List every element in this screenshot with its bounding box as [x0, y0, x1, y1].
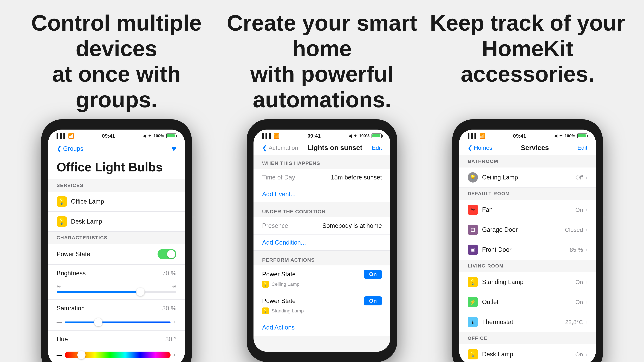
- standing-lamp-label: Standing Lamp: [482, 278, 524, 286]
- brightness-row: Brightness 70 %: [48, 265, 185, 282]
- chevron-icon-6: ›: [586, 299, 588, 305]
- thermostat-icon: 🌡: [468, 317, 478, 327]
- back-chevron-icon-2: ❮: [262, 144, 267, 151]
- add-event-link[interactable]: Add Event...: [254, 186, 390, 202]
- thermostat-value: 22,8°C: [565, 319, 583, 326]
- garage-row[interactable]: ⊞ Garage Door Closed ›: [459, 220, 596, 240]
- action-1-row[interactable]: Power State On 💡 Ceiling Lamp: [254, 265, 390, 292]
- back-label-3: Homes: [474, 144, 492, 151]
- mini-bulb-1: 💡: [262, 281, 269, 288]
- garage-icon: ⊞: [468, 225, 478, 235]
- chevron-icon-1: ›: [586, 174, 588, 181]
- saturation-track[interactable]: [65, 322, 170, 323]
- battery-pct-1: 100%: [154, 133, 164, 138]
- hue-label: Hue: [56, 336, 68, 343]
- front-door-label: Front Door: [482, 246, 512, 253]
- automation-edit-button[interactable]: Edit: [372, 144, 382, 151]
- signal-icon-3: ▌▌▌: [468, 133, 478, 139]
- front-door-row[interactable]: ▣ Front Door 85 % ›: [459, 240, 596, 260]
- desk-lamp-row[interactable]: 💡 Desk Lamp On ›: [459, 345, 596, 362]
- services-edit-button[interactable]: Edit: [578, 144, 588, 151]
- automation-title: Lights on sunset: [308, 144, 362, 152]
- back-button-groups[interactable]: ❮ Groups: [56, 145, 83, 152]
- desk-lamp-label: Desk Lamp: [71, 218, 102, 225]
- time-of-day-value: 15m before sunset: [331, 174, 382, 181]
- status-bar-1: ▌▌▌ 📶 09:41 ◀ ✦ 100%: [48, 130, 185, 140]
- default-room-header: DEFAULT ROOM: [459, 187, 596, 200]
- location-icon: ◀: [143, 133, 146, 138]
- ceiling-lamp-value: Off: [576, 174, 583, 181]
- location-icon-3: ◀: [554, 133, 557, 138]
- headline-panel3: Keep track of your HomeKit accessories.: [426, 10, 628, 87]
- headline1-line1: Control multiple devices: [31, 10, 202, 61]
- add-condition-link[interactable]: Add Condition...: [254, 235, 390, 251]
- headline3-line2: HomeKit accessories.: [461, 36, 594, 87]
- wifi-icon-2: 📶: [274, 133, 280, 139]
- brightness-thumb[interactable]: [136, 288, 144, 296]
- power-state-toggle[interactable]: [158, 249, 176, 259]
- ceiling-lamp-row[interactable]: 💡 Ceiling Lamp Off ›: [459, 167, 596, 187]
- signal-icon-2: ▌▌▌: [262, 133, 272, 139]
- hue-track[interactable]: [65, 352, 170, 359]
- action2-badge: On: [364, 296, 382, 306]
- front-door-value: 85 %: [570, 247, 583, 253]
- thermostat-label: Thermostat: [482, 319, 513, 326]
- favorite-button[interactable]: ♥: [172, 144, 176, 153]
- fan-row[interactable]: ✳ Fan On ›: [459, 200, 596, 220]
- saturation-thumb[interactable]: [94, 318, 102, 326]
- presence-value: Somebody is at home: [322, 222, 382, 229]
- headline-panel1: Control multiple devices at once with gr…: [16, 10, 218, 112]
- action1-badge: On: [364, 270, 382, 279]
- saturation-slider-container: — +: [48, 317, 185, 331]
- hue-thumb[interactable]: [77, 351, 86, 359]
- action1-sub: Ceiling Lamp: [272, 282, 299, 287]
- brightness-track[interactable]: [56, 291, 176, 293]
- services-section-header: SERVICES: [48, 179, 185, 192]
- desk-lamp-value: On: [575, 351, 583, 358]
- power-state-label: Power State: [56, 251, 90, 258]
- standing-lamp-value: On: [575, 279, 583, 286]
- outlet-row[interactable]: ⚡ Outlet On ›: [459, 292, 596, 312]
- brightness-slider-container: ☀ ☀: [48, 282, 185, 300]
- time-of-day-row[interactable]: Time of Day 15m before sunset: [254, 169, 390, 186]
- ceiling-lamp-label: Ceiling Lamp: [482, 174, 518, 181]
- nav-bar-3: ❮ Homes Services Edit: [459, 140, 596, 155]
- actions-section-header: PERFORM ACTIONS: [254, 252, 390, 265]
- action-2-row[interactable]: Power State On 💡 Standing Lamp: [254, 292, 390, 319]
- action1-label: Power State: [262, 271, 296, 278]
- hue-minus-icon: —: [56, 352, 62, 358]
- back-label: Groups: [63, 145, 83, 152]
- bulb-icon-2: 💡: [56, 216, 67, 227]
- thermostat-row[interactable]: 🌡 Thermostat 22,8°C ›: [459, 312, 596, 332]
- services-title: Services: [521, 144, 549, 152]
- living-room-header: LIVING ROOM: [459, 260, 596, 272]
- ceiling-lamp-icon: 💡: [468, 172, 478, 183]
- list-item-office-lamp[interactable]: 💡 Office Lamp: [48, 192, 185, 212]
- chevron-icon-5: ›: [586, 279, 588, 285]
- bluetooth-icon-3: ✦: [559, 133, 562, 138]
- phone-automation: ▌▌▌ 📶 09:41 ◀ ✦ 100%: [224, 119, 420, 362]
- action2-sub: Standing Lamp: [272, 308, 304, 314]
- clock-2: 09:41: [308, 133, 321, 139]
- when-section-header: WHEN THIS HAPPENS: [254, 155, 390, 169]
- back-button-automation[interactable]: ❮ Automation: [262, 144, 298, 151]
- headline2-line1: Create your smart home: [227, 10, 417, 61]
- saturation-row: Saturation 30 %: [48, 300, 185, 317]
- battery-pct-2: 100%: [359, 133, 370, 138]
- back-button-services[interactable]: ❮ Homes: [468, 144, 492, 151]
- time-of-day-label: Time of Day: [262, 174, 295, 181]
- fan-icon: ✳: [468, 205, 478, 215]
- fan-label: Fan: [482, 206, 492, 213]
- headline1-line2: at once with groups.: [52, 61, 181, 112]
- headline2-line2: with powerful automations.: [250, 61, 394, 112]
- presence-row[interactable]: Presence Somebody is at home: [254, 217, 390, 235]
- nav-bar-2: ❮ Automation Lights on sunset Edit: [254, 140, 390, 155]
- garage-value: Closed: [565, 226, 583, 233]
- standing-lamp-row[interactable]: 💡 Standing Lamp On ›: [459, 272, 596, 292]
- signal-icon: ▌▌▌: [56, 133, 67, 139]
- list-item-desk-lamp[interactable]: 💡 Desk Lamp: [48, 212, 185, 232]
- mini-bulb-2: 💡: [262, 308, 269, 314]
- add-actions-link[interactable]: Add Actions: [254, 319, 390, 336]
- wifi-icon: 📶: [68, 133, 74, 139]
- outlet-value: On: [575, 299, 583, 306]
